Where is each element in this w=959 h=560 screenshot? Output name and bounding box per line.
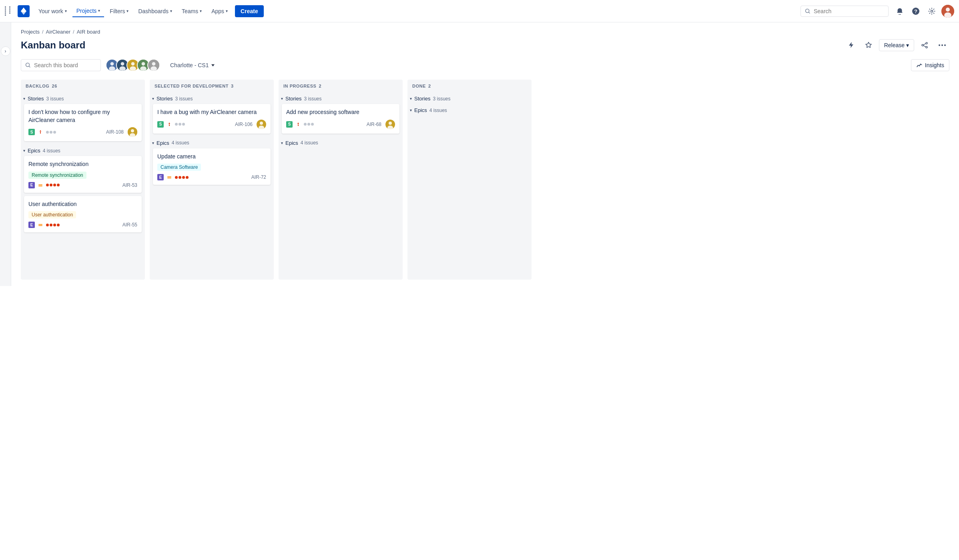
epics-group-label-ip: Epics bbox=[285, 140, 298, 146]
create-button[interactable]: Create bbox=[235, 5, 264, 17]
sidebar-toggle[interactable]: › bbox=[0, 22, 11, 286]
assignee-avatar-108 bbox=[128, 127, 137, 137]
epics-chevron-icon-done: ▾ bbox=[410, 108, 412, 112]
stories-chevron-icon: ▾ bbox=[23, 96, 25, 101]
card-title-air-55: User authentication bbox=[28, 200, 137, 208]
card-air-72[interactable]: Update camera Camera Software E bbox=[153, 148, 271, 185]
svg-point-40 bbox=[260, 122, 263, 125]
settings-button[interactable] bbox=[925, 5, 938, 18]
epics-group-count-sel: 4 issues bbox=[172, 140, 189, 146]
user-avatar[interactable] bbox=[941, 5, 954, 18]
notifications-button[interactable] bbox=[893, 5, 906, 18]
stories-group-count-sel: 3 issues bbox=[175, 96, 193, 102]
epics-group-header[interactable]: ▾ Epics 4 issues bbox=[21, 144, 145, 156]
breadcrumb: Projects / AirCleaner / AIR board bbox=[21, 29, 949, 35]
epic-tag-air-55: User authentication bbox=[28, 211, 76, 218]
stories-group-header-selected[interactable]: ▾ Stories 3 issues bbox=[150, 92, 274, 104]
card-title-air-68: Add new processing software bbox=[286, 108, 395, 116]
card-title-air-108: I don't know how to configure my AirClea… bbox=[28, 108, 137, 124]
epic-tag-air-53: Remote synchronization bbox=[28, 172, 86, 179]
global-search-box[interactable] bbox=[801, 6, 889, 17]
svg-point-46 bbox=[389, 122, 392, 125]
search-icon bbox=[805, 8, 811, 14]
dashboards-nav[interactable]: Dashboards ▾ bbox=[134, 6, 176, 17]
jira-logo[interactable] bbox=[18, 5, 30, 17]
empty-space-inprogress bbox=[279, 148, 403, 196]
stories-group-count-done: 3 issues bbox=[433, 96, 450, 102]
card-air-106[interactable]: I have a bug with my AirCleaner camera S… bbox=[153, 104, 271, 134]
svg-text:?: ? bbox=[914, 8, 917, 14]
grid-menu-icon[interactable] bbox=[5, 6, 13, 16]
story-type-icon-106: S bbox=[157, 121, 164, 128]
search-input[interactable] bbox=[814, 8, 882, 14]
more-button[interactable] bbox=[935, 38, 949, 52]
stories-group-label: Stories bbox=[28, 96, 44, 102]
svg-rect-34 bbox=[38, 184, 42, 185]
column-selected: SELECTED FOR DEVELOPMENT 3 ▾ Stories 3 i… bbox=[150, 80, 274, 280]
epics-group-count-done: 4 issues bbox=[429, 108, 447, 113]
empty-space-done bbox=[407, 116, 532, 164]
svg-point-19 bbox=[121, 62, 124, 66]
bell-icon bbox=[896, 8, 903, 15]
projects-nav[interactable]: Projects ▾ bbox=[72, 5, 104, 17]
stories-group-header-done[interactable]: ▾ Stories 3 issues bbox=[407, 92, 532, 104]
board-search-input[interactable] bbox=[34, 62, 90, 68]
svg-point-4 bbox=[931, 10, 933, 12]
column-title-selected: SELECTED FOR DEVELOPMENT bbox=[154, 84, 229, 88]
stories-group-count-ip: 3 issues bbox=[304, 96, 321, 102]
svg-rect-30 bbox=[40, 132, 41, 134]
svg-rect-35 bbox=[38, 186, 42, 186]
stories-chevron-icon-ip: ▾ bbox=[281, 96, 283, 101]
help-button[interactable]: ? bbox=[909, 5, 922, 18]
card-air-108[interactable]: I don't know how to configure my AirClea… bbox=[24, 104, 142, 141]
insights-button[interactable]: Insights bbox=[911, 59, 949, 71]
stories-group-count: 3 issues bbox=[46, 96, 64, 102]
card-id-108: AIR-108 bbox=[106, 129, 124, 135]
stories-group-header-inprogress[interactable]: ▾ Stories 3 issues bbox=[279, 92, 403, 104]
epics-group-header-done[interactable]: ▾ Epics 4 issues bbox=[407, 104, 532, 116]
teams-nav[interactable]: Teams ▾ bbox=[178, 6, 206, 17]
card-air-68[interactable]: Add new processing software S AIR-68 bbox=[282, 104, 399, 134]
filters-nav[interactable]: Filters ▾ bbox=[106, 6, 132, 17]
avatar-image bbox=[941, 5, 954, 18]
lightning-button[interactable] bbox=[844, 38, 858, 52]
card-title-air-53: Remote synchronization bbox=[28, 160, 137, 168]
stories-group-label-sel: Stories bbox=[156, 96, 173, 102]
filters-chevron: ▾ bbox=[126, 9, 128, 13]
avatar-filter-5[interactable] bbox=[147, 59, 160, 72]
stories-group-header[interactable]: ▾ Stories 3 issues bbox=[21, 92, 145, 104]
star-icon bbox=[865, 42, 872, 49]
epics-group-header-selected[interactable]: ▾ Epics 4 issues bbox=[150, 137, 274, 148]
column-header-selected: SELECTED FOR DEVELOPMENT 3 bbox=[150, 80, 274, 92]
breadcrumb-projects[interactable]: Projects bbox=[21, 29, 40, 35]
card-id-72: AIR-72 bbox=[251, 174, 266, 180]
charlotte-filter-button[interactable]: Charlotte - CS1 bbox=[165, 59, 220, 71]
assignee-avatar-106 bbox=[257, 120, 266, 129]
priority-icon-106 bbox=[166, 121, 173, 128]
epic-type-icon-55: E bbox=[28, 222, 35, 228]
top-navigation: Your work ▾ Projects ▾ Filters ▾ Dashboa… bbox=[0, 0, 959, 22]
story-points-72 bbox=[175, 176, 189, 179]
epics-group-header-inprogress[interactable]: ▾ Epics 4 issues bbox=[279, 137, 403, 148]
card-footer-air-108: S AIR-108 bbox=[28, 127, 137, 137]
card-footer-air-53: E AIR-53 bbox=[28, 182, 137, 188]
breadcrumb-aircleaner[interactable]: AirCleaner bbox=[46, 29, 70, 35]
collapse-sidebar-button[interactable]: › bbox=[1, 46, 10, 56]
share-button[interactable] bbox=[917, 38, 932, 52]
svg-point-17 bbox=[109, 66, 115, 71]
release-button[interactable]: Release ▾ bbox=[879, 39, 914, 51]
svg-point-11 bbox=[939, 44, 940, 46]
apps-nav[interactable]: Apps ▾ bbox=[207, 6, 232, 17]
column-done: DONE 2 ▾ Stories 3 issues ▾ Epics 4 issu… bbox=[407, 80, 532, 280]
column-header-inprogress: IN PROGRESS 2 bbox=[279, 80, 403, 92]
svg-point-9 bbox=[926, 46, 927, 48]
your-work-nav[interactable]: Your work ▾ bbox=[34, 6, 71, 17]
board-search-box[interactable] bbox=[21, 59, 101, 71]
column-count-inprogress: 2 bbox=[319, 84, 321, 88]
svg-point-10 bbox=[922, 44, 923, 46]
card-air-53[interactable]: Remote synchronization Remote synchroniz… bbox=[24, 156, 142, 193]
star-button[interactable] bbox=[861, 38, 876, 52]
epic-tag-air-72: Camera Software bbox=[157, 164, 201, 171]
card-air-55[interactable]: User authentication User authentication … bbox=[24, 196, 142, 233]
card-footer-air-106: S AIR-106 bbox=[157, 120, 266, 129]
